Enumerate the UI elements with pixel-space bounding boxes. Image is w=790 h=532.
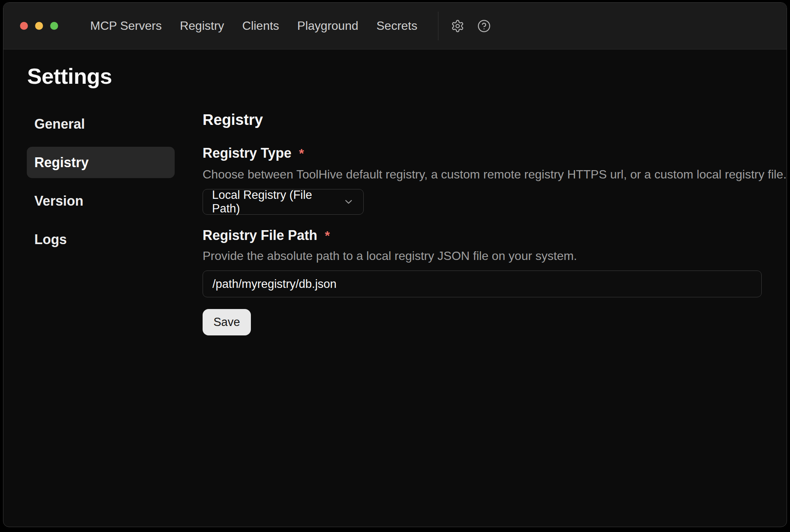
section-heading: Registry <box>203 111 263 128</box>
app-window: MCP Servers Registry Clients Playground … <box>3 2 787 527</box>
sidebar-item-registry[interactable]: Registry <box>27 147 175 178</box>
settings-gear-icon[interactable] <box>450 19 465 33</box>
registry-file-path-input[interactable] <box>203 271 762 297</box>
registry-type-selected-value: Local Registry (File Path) <box>212 188 343 215</box>
page-title: Settings <box>27 63 112 89</box>
nav-item-mcp-servers[interactable]: MCP Servers <box>90 19 162 33</box>
close-button[interactable] <box>20 22 28 30</box>
nav-item-registry[interactable]: Registry <box>180 19 224 33</box>
registry-type-label: Registry Type <box>203 145 291 161</box>
nav-item-clients[interactable]: Clients <box>242 19 279 33</box>
registry-file-path-description: Provide the absolute path to a local reg… <box>203 249 577 263</box>
traffic-lights <box>20 22 58 30</box>
registry-type-label-row: Registry Type * <box>203 145 304 161</box>
minimize-button[interactable] <box>35 22 43 30</box>
settings-sidebar: General Registry Version Logs <box>27 108 175 262</box>
nav-item-secrets[interactable]: Secrets <box>377 19 417 33</box>
registry-file-path-label: Registry File Path <box>203 228 317 243</box>
sidebar-item-version[interactable]: Version <box>27 185 175 217</box>
required-marker: * <box>299 146 304 161</box>
help-icon[interactable] <box>477 19 491 33</box>
save-button[interactable]: Save <box>203 309 251 335</box>
title-bar: MCP Servers Registry Clients Playground … <box>3 3 787 49</box>
topbar-divider <box>438 12 438 40</box>
registry-type-select[interactable]: Local Registry (File Path) <box>203 189 364 215</box>
sidebar-item-general[interactable]: General <box>27 108 175 140</box>
nav-item-playground[interactable]: Playground <box>297 19 358 33</box>
chevron-down-icon <box>343 196 354 208</box>
main-nav: MCP Servers Registry Clients Playground … <box>90 19 417 33</box>
registry-type-description: Choose between ToolHive default registry… <box>203 168 787 181</box>
required-marker: * <box>325 228 330 243</box>
registry-file-path-label-row: Registry File Path * <box>203 228 330 243</box>
sidebar-item-logs[interactable]: Logs <box>27 224 175 255</box>
zoom-button[interactable] <box>50 22 58 30</box>
